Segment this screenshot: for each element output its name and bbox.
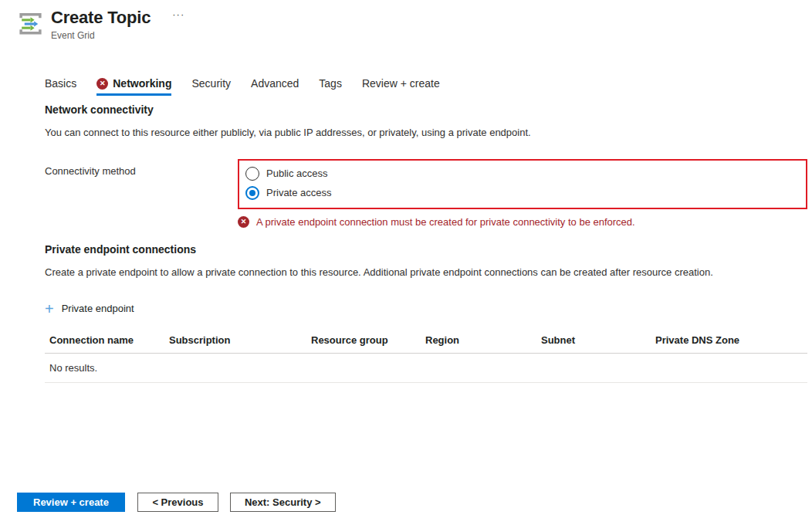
- radio-unselected-icon[interactable]: [245, 167, 259, 181]
- tab-label: Networking: [113, 77, 171, 90]
- radio-option-public-access[interactable]: Public access: [245, 164, 798, 183]
- network-connectivity-heading: Network connectivity: [45, 103, 807, 116]
- radio-option-label: Private access: [266, 187, 332, 198]
- connectivity-method-label: Connectivity method: [45, 159, 238, 177]
- column-subscription: Subscription: [164, 327, 306, 354]
- wizard-tabs: Basics ✕ Networking Security Advanced Ta…: [45, 77, 460, 96]
- connectivity-method-radio-group: Public access Private access: [238, 159, 807, 209]
- column-region: Region: [421, 327, 536, 354]
- table-empty-row: No results.: [45, 353, 807, 382]
- network-connectivity-description: You can connect to this resource either …: [45, 127, 807, 139]
- private-endpoint-connections-description: Create a private endpoint to allow a pri…: [45, 266, 807, 279]
- next-security-button[interactable]: Next: Security >: [230, 493, 336, 512]
- column-connection-name: Connection name: [45, 327, 164, 354]
- tab-label: Security: [191, 77, 231, 90]
- networking-tab-content: Network connectivity You can connect to …: [45, 103, 807, 383]
- page-title: Create Topic: [51, 8, 151, 28]
- tab-networking[interactable]: ✕ Networking: [96, 77, 171, 96]
- validation-error-message: ✕ A private endpoint connection must be …: [238, 216, 807, 228]
- tab-tags[interactable]: Tags: [319, 77, 342, 96]
- previous-button[interactable]: < Previous: [137, 493, 218, 512]
- tab-basics[interactable]: Basics: [45, 77, 76, 96]
- radio-selected-icon[interactable]: [245, 186, 259, 200]
- add-private-endpoint-button[interactable]: + Private endpoint: [45, 303, 134, 314]
- column-resource-group: Resource group: [306, 327, 421, 354]
- no-results-text: No results.: [45, 353, 807, 382]
- wizard-footer: Review + create < Previous Next: Securit…: [17, 493, 347, 512]
- tab-advanced[interactable]: Advanced: [251, 77, 299, 96]
- add-private-endpoint-label: Private endpoint: [62, 303, 134, 314]
- more-options-icon[interactable]: ···: [172, 9, 184, 20]
- connectivity-method-row: Connectivity method Public access Privat…: [45, 159, 807, 209]
- tab-label: Basics: [45, 77, 76, 90]
- tab-review-create[interactable]: Review + create: [362, 77, 440, 96]
- radio-option-label: Public access: [266, 168, 327, 179]
- event-grid-icon: [17, 10, 44, 37]
- tab-label: Tags: [319, 77, 342, 90]
- column-subnet: Subnet: [536, 327, 651, 354]
- tab-label: Advanced: [251, 77, 299, 90]
- error-text: A private endpoint connection must be cr…: [256, 216, 635, 228]
- table-header-row: Connection name Subscription Resource gr…: [45, 327, 807, 354]
- private-endpoint-connections-heading: Private endpoint connections: [45, 243, 807, 256]
- review-create-button[interactable]: Review + create: [17, 493, 125, 512]
- radio-option-private-access[interactable]: Private access: [245, 183, 798, 202]
- tab-security[interactable]: Security: [191, 77, 231, 96]
- tab-label: Review + create: [362, 77, 440, 90]
- plus-icon: +: [45, 303, 54, 314]
- page-subtitle: Event Grid: [51, 30, 184, 41]
- tab-error-icon: ✕: [96, 78, 108, 90]
- column-private-dns-zone: Private DNS Zone: [651, 327, 807, 354]
- page-header: Create Topic ··· Event Grid: [17, 8, 184, 41]
- error-icon: ✕: [238, 216, 249, 228]
- private-endpoint-connections-table: Connection name Subscription Resource gr…: [45, 327, 807, 383]
